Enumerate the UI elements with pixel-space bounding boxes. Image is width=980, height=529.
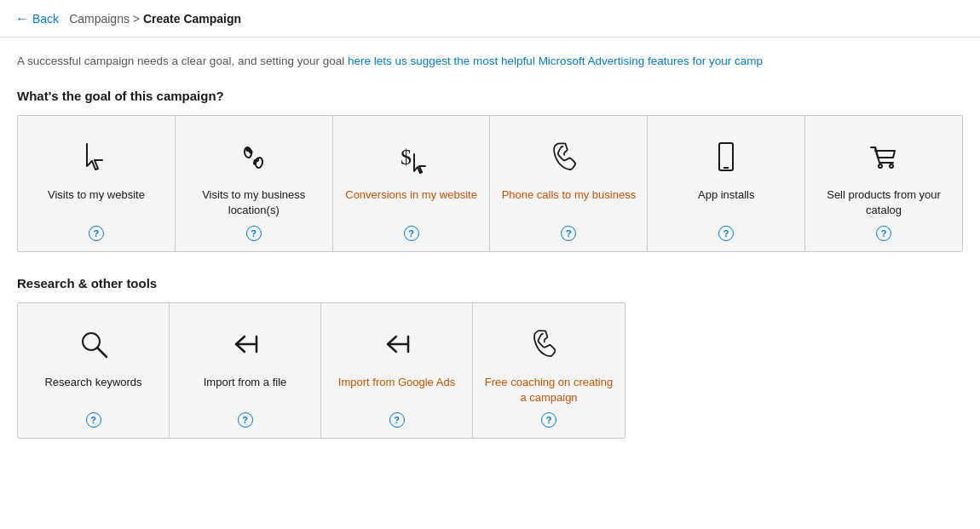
svg-point-3 (250, 151, 252, 153)
card-sell-products-help[interactable]: ? (876, 226, 891, 241)
tool-free-coaching-label: Free coaching on creating a campaign (481, 375, 616, 405)
card-conversions[interactable]: $ Conversions in my website ? (333, 116, 491, 250)
import-file-icon (228, 322, 263, 366)
svg-point-7 (253, 162, 256, 164)
card-sell-products-label: Sell products from your catalog (814, 187, 954, 218)
card-visits-location-help[interactable]: ? (246, 226, 262, 241)
card-visits-website-label: Visits to my website (48, 187, 145, 203)
tool-import-google[interactable]: Import from Google Ads ? (321, 303, 473, 438)
card-sell-products[interactable]: Sell products from your catalog ? (805, 116, 962, 250)
tool-research-keywords-help[interactable]: ? (86, 412, 101, 428)
tool-research-keywords-label: Research keywords (44, 375, 141, 390)
breadcrumb-prefix: Campaigns > (69, 12, 143, 26)
card-phone-calls[interactable]: Phone calls to my business ? (490, 116, 648, 250)
search-icon (76, 322, 112, 366)
intro-text-start: A successful campaign needs a clear goal… (17, 55, 348, 67)
card-app-installs[interactable]: App installs ? (648, 116, 805, 250)
tool-free-coaching[interactable]: Free coaching on creating a campaign ? (473, 303, 625, 438)
goal-section: What's the goal of this campaign? Visits… (17, 89, 963, 251)
back-arrow-icon: ← (15, 11, 29, 26)
card-app-installs-label: App installs (698, 187, 754, 203)
goal-section-heading: What's the goal of this campaign? (17, 89, 963, 103)
card-visits-location-label: Visits to my business location(s) (184, 187, 324, 218)
import-google-icon (379, 322, 415, 366)
svg-line-14 (97, 348, 107, 357)
tool-import-file-help[interactable]: ? (238, 412, 253, 428)
cart-icon (866, 135, 902, 179)
breadcrumb-current: Create Campaign (143, 12, 241, 26)
top-bar: ← Back Campaigns > Create Campaign (0, 0, 980, 37)
svg-rect-9 (719, 143, 733, 170)
dollar-cursor-icon: $ (394, 135, 429, 179)
tool-import-file[interactable]: Import from a file ? (170, 303, 321, 438)
phone-icon (551, 135, 586, 179)
card-conversions-label: Conversions in my website (345, 187, 477, 203)
svg-point-12 (890, 164, 893, 168)
tool-import-google-help[interactable]: ? (389, 412, 405, 428)
goal-cards-grid: Visits to my website ? (17, 115, 963, 251)
back-label: Back (32, 12, 59, 26)
intro-text: A successful campaign needs a clear goal… (17, 53, 963, 70)
card-app-installs-help[interactable]: ? (718, 226, 734, 241)
card-visits-location[interactable]: Visits to my business location(s) ? (176, 116, 333, 250)
tool-free-coaching-help[interactable]: ? (541, 412, 556, 428)
tools-section: Research & other tools Research keywords… (17, 276, 963, 439)
tool-import-google-label: Import from Google Ads (338, 375, 455, 390)
breadcrumb: Campaigns > Create Campaign (69, 12, 241, 26)
cursor-icon (78, 135, 114, 179)
main-content: A successful campaign needs a clear goal… (0, 37, 980, 456)
tools-section-heading: Research & other tools (17, 276, 963, 290)
card-phone-calls-label: Phone calls to my business (502, 187, 637, 203)
footsteps-icon (236, 135, 272, 179)
card-phone-calls-help[interactable]: ? (561, 226, 576, 241)
phone-coaching-icon (531, 322, 567, 366)
svg-point-11 (879, 164, 882, 168)
mobile-icon (708, 135, 744, 179)
back-button[interactable]: ← Back (15, 11, 59, 26)
card-visits-website[interactable]: Visits to my website ? (18, 116, 176, 250)
svg-text:$: $ (401, 145, 412, 170)
tool-import-file-label: Import from a file (204, 375, 287, 390)
intro-text-link: here lets us suggest the most helpful Mi… (348, 55, 763, 67)
card-visits-website-help[interactable]: ? (89, 226, 104, 241)
tools-cards-grid: Research keywords ? Import from a file ? (17, 302, 625, 439)
tool-research-keywords[interactable]: Research keywords ? (18, 303, 170, 438)
card-conversions-help[interactable]: ? (404, 226, 419, 241)
